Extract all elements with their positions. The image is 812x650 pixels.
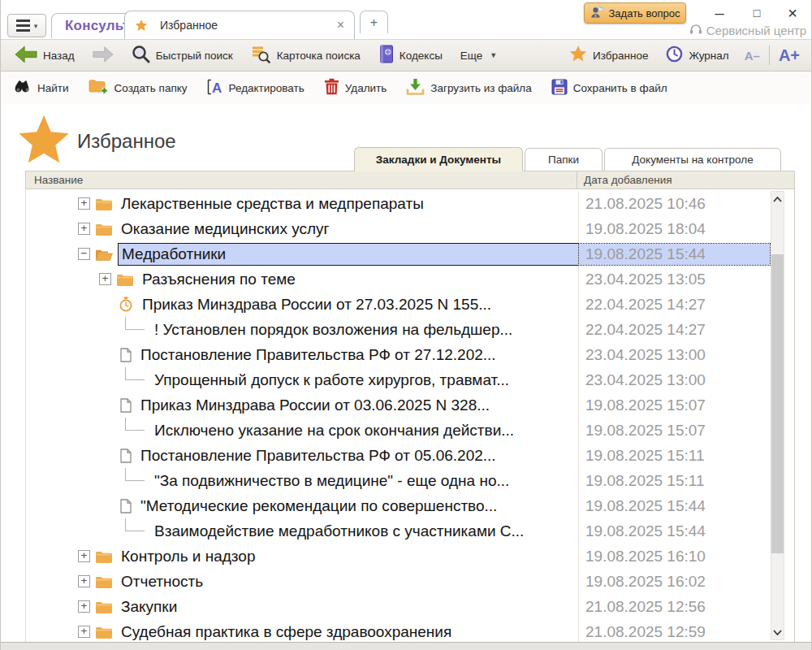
load-from-file-button[interactable]: Загрузить из файла (396, 72, 541, 104)
font-increase-button[interactable]: A+ (772, 46, 806, 65)
row-label[interactable]: Исключено указание на срок окончания дей… (151, 420, 517, 441)
indent (26, 631, 78, 632)
row-date-cell: 23.04.2025 13:00 (578, 367, 794, 392)
tree-row[interactable]: −Медработники19.08.2025 15:44 (26, 241, 794, 266)
row-date: 19.08.2025 16:02 (579, 571, 770, 592)
divider (769, 46, 770, 65)
close-tab-icon[interactable]: × (337, 18, 344, 32)
expand-plus-icon[interactable]: + (78, 197, 90, 210)
quick-search-button[interactable]: Быстрый поиск (123, 40, 242, 71)
delete-button[interactable]: Удалить (314, 72, 397, 104)
row-date: 19.08.2025 15:44 (579, 244, 770, 265)
indent (26, 228, 78, 229)
tree-row[interactable]: Приказ Минздрава России от 27.03.2025 N … (26, 292, 794, 317)
favorites-button[interactable]: Избранное (560, 40, 657, 71)
tree-row[interactable]: Исключено указание на срок окончания дей… (26, 418, 794, 443)
expand-plus-icon[interactable]: + (78, 626, 90, 638)
tree-row[interactable]: +Закупки21.08.2025 12:56 (26, 594, 794, 619)
tree-row[interactable]: +Лекарственные средства и медпрепараты21… (26, 191, 794, 216)
row-label[interactable]: Приказ Минздрава России от 27.03.2025 N … (139, 294, 495, 315)
service-center-link[interactable]: Сервисный центр (689, 24, 806, 37)
tree-row[interactable]: +Оказание медицинских услуг19.08.2025 18… (26, 216, 794, 241)
expand-plus-icon[interactable]: + (78, 550, 90, 562)
tab-folders[interactable]: Папки (525, 148, 603, 171)
tree-row[interactable]: +Разъяснения по теме23.04.2025 13:05 (26, 266, 794, 292)
new-tab-button[interactable]: + (360, 11, 388, 33)
row-label[interactable]: Контроль и надзор (118, 546, 258, 567)
row-name-cell: −Медработники (26, 241, 578, 266)
row-date: 22.04.2025 14:27 (579, 294, 770, 315)
row-label[interactable]: Медработники (119, 244, 578, 265)
indent (26, 430, 125, 431)
collapse-minus-icon[interactable]: − (78, 248, 90, 260)
maximize-button[interactable]: □ (741, 2, 772, 24)
back-arrow-icon (15, 46, 37, 66)
tab-favorites[interactable]: Избранное × (124, 11, 355, 39)
row-label[interactable]: Лекарственные средства и медпрепараты (118, 193, 427, 214)
folder-icon (95, 575, 112, 588)
main-menu-button[interactable]: ▾ (7, 14, 46, 37)
row-label[interactable]: Постановление Правительства РФ от 27.12.… (137, 344, 499, 366)
ask-question-button[interactable]: ? Задать вопрос (584, 2, 686, 24)
journal-button[interactable]: Журнал (657, 40, 737, 71)
row-label[interactable]: Приказ Минздрава России от 03.06.2025 N … (137, 395, 493, 416)
close-window-button[interactable]: × (777, 2, 808, 24)
indent (26, 379, 125, 380)
codes-button[interactable]: Кодексы (369, 40, 451, 71)
column-header-date[interactable]: Дата добавления (577, 174, 672, 186)
tree-row[interactable]: "Методические рекомендации по совершенст… (26, 493, 794, 518)
column-header-name[interactable]: Название (26, 171, 577, 188)
back-button[interactable]: Назад (6, 40, 84, 71)
chevron-down-icon: ▼ (490, 51, 497, 59)
row-label[interactable]: Закупки (118, 596, 180, 618)
row-date-cell: 22.04.2025 14:27 (578, 317, 794, 342)
tree-row[interactable]: ! Установлен порядок возложения на фельд… (26, 317, 794, 342)
scrollbar-thumb[interactable] (771, 254, 784, 553)
expand-plus-icon[interactable]: + (99, 273, 111, 285)
hamburger-icon (16, 20, 30, 32)
tree-row[interactable]: Взаимодействие медработников с участника… (26, 518, 794, 544)
vertical-scrollbar[interactable] (771, 191, 784, 640)
clock-icon (666, 46, 683, 65)
row-label[interactable]: "За подвижничество в медицине" - еще одн… (151, 470, 512, 492)
tab-bookmarks-documents[interactable]: Закладки и Документы (354, 147, 523, 171)
row-date-cell: 21.08.2025 12:56 (578, 594, 794, 619)
tree-row[interactable]: Упрощенный допуск к работе хирургов, тра… (26, 367, 794, 392)
row-label[interactable]: Взаимодействие медработников с участника… (151, 521, 527, 542)
forward-button[interactable] (84, 40, 123, 71)
tree-row[interactable]: +Контроль и надзор19.08.2025 16:10 (26, 544, 794, 569)
row-label[interactable]: Оказание медицинских услуг (118, 219, 333, 240)
row-label[interactable]: ! Установлен порядок возложения на фельд… (151, 319, 516, 340)
minimize-button[interactable]: – (704, 2, 735, 24)
row-date-cell: 19.08.2025 15:44 (578, 241, 794, 266)
font-decrease-button[interactable]: A– (738, 49, 767, 63)
tree-row[interactable]: +Судебная практика в сфере здравоохранен… (26, 619, 794, 642)
row-label[interactable]: "Методические рекомендации по совершенст… (137, 496, 500, 517)
edit-button[interactable]: A Редактировать (197, 72, 314, 104)
search-card-button[interactable]: Карточка поиска (242, 40, 369, 71)
tab-documents-on-control[interactable]: Документы на контроле (604, 148, 781, 171)
scroll-down-icon[interactable] (771, 625, 784, 639)
more-menu-button[interactable]: Еще ▼ (451, 40, 506, 71)
tree-row[interactable]: Постановление Правительства РФ от 05.06.… (26, 443, 794, 468)
row-name-cell: +Разъяснения по теме (26, 266, 578, 292)
tree-row[interactable]: +Отчетность19.08.2025 16:02 (26, 569, 794, 594)
row-label[interactable]: Упрощенный допуск к работе хирургов, тра… (151, 370, 512, 391)
row-label[interactable]: Постановление Правительства РФ от 05.06.… (137, 445, 499, 466)
tree-row[interactable]: Приказ Минздрава России от 03.06.2025 N … (26, 392, 794, 418)
find-button[interactable]: Найти (4, 72, 79, 104)
expand-plus-icon[interactable]: + (78, 600, 90, 613)
row-label[interactable]: Судебная практика в сфере здравоохранени… (118, 622, 455, 643)
tree-connector-icon (125, 468, 145, 481)
row-label[interactable]: Разъяснения по теме (139, 269, 299, 290)
create-folder-button[interactable]: Создать папку (79, 72, 197, 104)
save-to-file-button[interactable]: Сохранить в файл (542, 72, 677, 104)
scroll-up-icon[interactable] (771, 192, 784, 206)
expand-plus-icon[interactable]: + (78, 575, 90, 587)
tree-connector-icon (125, 518, 145, 531)
expand-plus-icon[interactable]: + (78, 223, 90, 235)
indent (26, 304, 119, 305)
row-label[interactable]: Отчетность (118, 571, 206, 592)
tree-row[interactable]: Постановление Правительства РФ от 27.12.… (26, 342, 794, 367)
tree-row[interactable]: "За подвижничество в медицине" - еще одн… (26, 468, 794, 493)
